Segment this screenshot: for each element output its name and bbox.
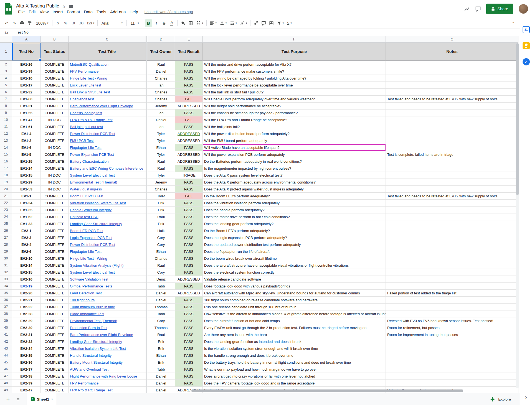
- cell-test-no[interactable]: EV1-10: [12, 75, 41, 82]
- cell-notes[interactable]: [386, 144, 518, 151]
- cell-test-owner[interactable]: Tyler: [147, 137, 175, 144]
- row-header-26[interactable]: 26: [0, 227, 12, 234]
- cell-test-no[interactable]: EV2-47: [12, 387, 41, 393]
- text-color-button[interactable]: A: [168, 19, 176, 27]
- cell-test-title[interactable]: System Vibration Analysis (Flight): [69, 262, 146, 269]
- cell-test-owner[interactable]: Charles: [147, 96, 175, 103]
- cell-test-owner[interactable]: Ian: [147, 123, 175, 130]
- cell-notes[interactable]: [386, 116, 518, 123]
- row-header-1[interactable]: 1: [0, 43, 12, 61]
- cell-test-purpose[interactable]: Do the battery trays hold the battery in…: [203, 359, 386, 366]
- cell-test-title[interactable]: Software Validation Test: [69, 276, 146, 283]
- cell-test-result[interactable]: ADDRESSED: [175, 276, 203, 283]
- test-title-link[interactable]: FMU PCB Test: [70, 139, 94, 143]
- cell-test-title[interactable]: FPV Performance: [69, 68, 146, 75]
- cell-notes[interactable]: [386, 68, 518, 75]
- test-title-link[interactable]: Handle Structural Integrity: [70, 208, 112, 212]
- cell-test-status[interactable]: COMPLETE: [41, 352, 69, 359]
- row-header-18[interactable]: 18: [0, 172, 12, 179]
- cell-test-owner[interactable]: Ethan: [147, 248, 175, 255]
- cell-test-no[interactable]: EV2-14: [12, 262, 41, 269]
- column-header-f[interactable]: F: [203, 36, 386, 43]
- cell-test-result[interactable]: PASS: [175, 331, 203, 338]
- cell-test-result[interactable]: PASS: [175, 324, 203, 331]
- cell-test-owner[interactable]: Tyler: [147, 193, 175, 200]
- cell-test-result[interactable]: FAIL: [175, 193, 203, 200]
- cell-notes[interactable]: [386, 241, 518, 248]
- move-folder-icon[interactable]: [69, 4, 73, 8]
- cell-test-purpose[interactable]: Will the height hold performance be acce…: [203, 103, 386, 109]
- cell-test-title[interactable]: Power Distribution PCB Test: [69, 130, 146, 137]
- cell-test-purpose[interactable]: 100 flight hours combined on release can…: [203, 297, 386, 304]
- cell-test-owner[interactable]: Deniz: [147, 276, 175, 283]
- cell-test-result[interactable]: PASS: [175, 234, 203, 241]
- menu-format[interactable]: Format: [65, 9, 82, 14]
- test-title-link[interactable]: Gimbal Performance Tests: [70, 284, 112, 288]
- column-header-g[interactable]: G: [386, 36, 518, 43]
- test-title-link[interactable]: Battery Characterization: [70, 159, 108, 164]
- cell-test-no[interactable]: EV1-6: [12, 144, 41, 151]
- cell-notes[interactable]: [386, 186, 518, 193]
- cell-test-no[interactable]: EV2-39: [12, 380, 41, 387]
- cell-test-owner[interactable]: Ethan: [147, 352, 175, 359]
- test-title-link[interactable]: System Level Electrical Test: [70, 173, 115, 177]
- cell-notes[interactable]: [386, 200, 518, 207]
- cell-test-status[interactable]: COMPLETE: [41, 200, 69, 207]
- cell-test-owner[interactable]: Charles: [147, 186, 175, 193]
- test-title-link[interactable]: Land Detection Test: [70, 291, 102, 295]
- cell-test-result[interactable]: PASS: [175, 61, 203, 68]
- column-header-e[interactable]: E: [175, 36, 203, 43]
- test-title-link[interactable]: Chassis loading test: [70, 111, 102, 115]
- cell-test-purpose[interactable]: Will Active Blade have an acceptable lif…: [203, 144, 386, 151]
- row-header-44[interactable]: 44: [0, 352, 12, 359]
- cell-test-no[interactable]: EV2-37: [12, 366, 41, 373]
- cell-test-purpose[interactable]: Does the aircraft structure have unaccep…: [203, 262, 386, 269]
- row-header-24[interactable]: 24: [0, 213, 12, 220]
- header-test-no[interactable]: Test No: [12, 43, 41, 61]
- cell-test-status[interactable]: COMPLETE: [41, 324, 69, 331]
- cell-test-status[interactable]: COMPLETE: [41, 290, 69, 297]
- cell-test-result[interactable]: PASS: [175, 366, 203, 373]
- cell-test-result[interactable]: PASS: [175, 297, 203, 304]
- menu-add-ons[interactable]: Add-ons: [108, 9, 128, 14]
- test-title-link[interactable]: Charliebolt test: [70, 97, 94, 101]
- cell-test-status[interactable]: COMPLETE: [41, 68, 69, 75]
- cell-notes[interactable]: [386, 220, 518, 227]
- row-header-14[interactable]: 14: [0, 144, 12, 151]
- cell-test-title[interactable]: Battery Mount Structural Integrity: [69, 359, 146, 366]
- menu-help[interactable]: Help: [128, 9, 140, 14]
- cell-test-no[interactable]: EV2-28: [12, 310, 41, 317]
- insert-chart-button[interactable]: [268, 19, 275, 27]
- cell-test-title[interactable]: Hinge Life Test - Wiring: [69, 255, 146, 262]
- decrease-decimals-button[interactable]: .0: [70, 19, 77, 27]
- cell-test-result[interactable]: ADDRESSED: [175, 151, 203, 158]
- row-header-35[interactable]: 35: [0, 290, 12, 297]
- cell-test-status[interactable]: COMPLETE: [41, 359, 69, 366]
- cell-test-status[interactable]: COMPLETE: [41, 255, 69, 262]
- cell-notes[interactable]: [386, 82, 518, 89]
- cell-notes[interactable]: [386, 109, 518, 116]
- strikethrough-button[interactable]: S: [160, 19, 168, 27]
- cell-notes[interactable]: [386, 310, 518, 317]
- cell-test-title[interactable]: Vibration Isolation System Life Test: [69, 345, 146, 352]
- cell-test-purpose[interactable]: Does footage look good with various payl…: [203, 283, 386, 290]
- cell-test-result[interactable]: TRIAGE: [175, 172, 203, 179]
- cell-test-result[interactable]: PASS: [175, 213, 203, 220]
- cell-notes[interactable]: [386, 137, 518, 144]
- test-title-link[interactable]: System Vibration Analysis (Flight): [70, 263, 123, 268]
- test-title-link[interactable]: Flopdapter Life Test: [70, 146, 102, 150]
- cell-test-no[interactable]: EV1-29: [12, 179, 41, 186]
- font-size-select[interactable]: 11▾: [128, 19, 141, 27]
- cell-test-title[interactable]: System Level Electrical Test: [69, 269, 146, 276]
- fill-color-button[interactable]: [179, 19, 187, 27]
- cell-notes[interactable]: [386, 123, 518, 130]
- font-family-select[interactable]: Arial▾: [99, 19, 125, 27]
- cell-test-result[interactable]: PASS: [175, 89, 203, 96]
- cell-test-result[interactable]: ADDRESSED: [175, 290, 203, 297]
- row-header-9[interactable]: 9: [0, 109, 12, 116]
- document-title[interactable]: Alta X Testing Public: [16, 3, 59, 9]
- cell-test-no[interactable]: EV1-5: [12, 151, 41, 158]
- all-sheets-button[interactable]: ≡: [14, 395, 22, 403]
- menu-edit[interactable]: Edit: [27, 9, 38, 14]
- merge-cells-button[interactable]: ▾: [195, 19, 205, 27]
